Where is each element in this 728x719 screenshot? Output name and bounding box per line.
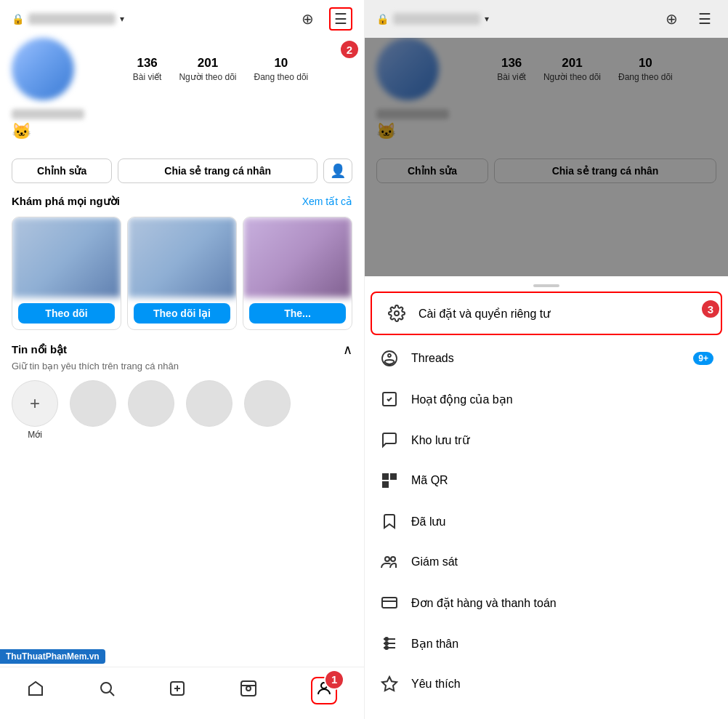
settings-text: Cài đặt và quyền riêng tư	[418, 307, 706, 321]
nav-add-left[interactable]	[169, 680, 186, 702]
username-blur-left	[28, 13, 116, 25]
watermark: ThuThuatPhanMem.vn	[0, 649, 105, 664]
add-person-button-left[interactable]: 👤	[323, 158, 352, 183]
saved-text: Đã lưu	[411, 515, 713, 529]
name-blur-left	[12, 109, 84, 119]
follow-button-2[interactable]: The...	[249, 303, 346, 324]
qr-icon	[379, 470, 400, 491]
highlight-new-label: Mới	[28, 430, 42, 440]
nav-search-left[interactable]	[98, 680, 116, 702]
saved-icon	[379, 511, 400, 531]
step1-badge: 1	[324, 670, 344, 690]
menu-button-right[interactable]: ☰	[693, 7, 716, 31]
discover-header-left: Khám phá mọi người Xem tất cả	[0, 195, 364, 217]
chevron-down-icon-right: ▾	[485, 14, 489, 24]
discover-cards-left: Theo dõi Theo dõi lại The...	[0, 217, 364, 342]
sheet-item-saved[interactable]: Đã lưu	[365, 501, 728, 542]
highlights-title-left: Tin nổi bật	[12, 343, 67, 356]
highlights-header-left: Tin nổi bật ∧	[12, 342, 352, 358]
profile-section-left: 136 Bài viết 201 Người theo dõi 10 Đang …	[0, 38, 364, 158]
left-top-bar: 🔒 ▾ ⊕ ☰	[0, 0, 364, 38]
orders-icon	[379, 593, 400, 613]
follow-button-0[interactable]: Theo dõi	[18, 303, 115, 324]
stat-following-left: 10 Đang theo dõi	[254, 56, 309, 82]
settings-icon	[387, 303, 407, 324]
svg-point-27	[391, 557, 395, 561]
sheet-item-orders[interactable]: Đơn đặt hàng và thanh toán	[365, 582, 728, 623]
svg-point-0	[101, 683, 111, 693]
menu-button-left[interactable]: ☰	[329, 7, 352, 31]
edit-profile-button-left[interactable]: Chỉnh sửa	[12, 158, 112, 183]
home-icon-left	[27, 680, 44, 702]
dimmed-overlay	[365, 0, 728, 276]
sheet-item-qr[interactable]: Mã QR	[365, 460, 728, 501]
bottom-nav-left: 1	[0, 667, 364, 719]
archive-icon	[379, 430, 400, 450]
following-label-left: Đang theo dõi	[254, 72, 309, 82]
profile-top-left: 136 Bài viết 201 Người theo dõi 10 Đang …	[12, 38, 352, 100]
svg-point-9	[395, 311, 399, 316]
discover-card-img-2	[243, 217, 352, 297]
follow-button-1[interactable]: Theo dõi lại	[134, 303, 230, 324]
avatar-left	[12, 38, 74, 100]
svg-point-34	[385, 642, 388, 645]
highlight-circle-2[interactable]	[128, 380, 174, 427]
svg-rect-28	[382, 598, 397, 608]
add-post-button-right[interactable]: ⊕	[660, 7, 683, 31]
right-top-bar: 🔒 ▾ ⊕ ☰	[365, 0, 728, 38]
nav-reels-left[interactable]	[240, 680, 257, 702]
posts-count-left: 136	[137, 56, 157, 71]
sheet-item-threads[interactable]: Threads 9+	[365, 338, 728, 379]
sheet-item-settings[interactable]: Cài đặt và quyền riêng tư	[371, 292, 722, 335]
close-friends-icon	[379, 633, 400, 654]
highlight-circle-1[interactable]	[70, 380, 116, 427]
reels-icon-left	[240, 680, 257, 702]
highlight-circle-4[interactable]	[244, 380, 291, 427]
qr-text: Mã QR	[411, 474, 713, 487]
threads-icon	[379, 348, 400, 369]
left-panel: 🔒 ▾ ⊕ ☰ 2 136 Bài viết 201 Người theo dõ…	[0, 0, 365, 719]
stat-posts-left: 136 Bài viết	[133, 56, 162, 82]
sheet-item-activity[interactable]: Hoạt động của bạn	[365, 379, 728, 419]
stats-row-left: 136 Bài viết 201 Người theo dõi 10 Đang …	[89, 56, 352, 82]
svg-rect-15	[392, 475, 395, 478]
svg-point-33	[385, 638, 388, 640]
sheet-item-close-friends[interactable]: Bạn thân	[365, 623, 728, 664]
highlight-new-circle[interactable]: +	[12, 380, 58, 427]
discover-card-img-0	[12, 217, 121, 297]
followers-label-left: Người theo dõi	[179, 72, 236, 82]
activity-icon	[379, 389, 400, 409]
username-blur-right	[393, 13, 480, 25]
share-profile-button-left[interactable]: Chia sẻ trang cá nhân	[118, 158, 318, 183]
discover-card-img-1	[128, 217, 236, 297]
svg-point-35	[385, 646, 388, 649]
highlight-circle-3[interactable]	[186, 380, 232, 427]
highlight-3	[186, 380, 232, 440]
username-area-right: 🔒 ▾	[376, 13, 489, 25]
supervision-text: Giám sát	[411, 555, 713, 569]
highlights-subtitle-left: Giữ tin bạn yêu thích trên trang cá nhân	[12, 361, 352, 371]
sheet-item-favorites[interactable]: Yêu thích	[365, 664, 728, 704]
step2-badge: 2	[339, 39, 360, 60]
bottom-sheet: 3 Cài đặt và quyền riêng tư	[365, 277, 728, 719]
svg-rect-5	[241, 681, 256, 696]
sheet-item-supervision[interactable]: Giám sát	[365, 542, 728, 582]
discover-title-left: Khám phá mọi người	[12, 195, 120, 208]
sheet-items-container: 3 Cài đặt và quyền riêng tư	[365, 292, 728, 704]
svg-marker-36	[382, 677, 397, 691]
nav-profile-left[interactable]: 1	[311, 677, 337, 704]
close-friends-text: Bạn thân	[411, 637, 713, 651]
step3-badge: 3	[700, 299, 721, 319]
svg-rect-16	[384, 483, 387, 486]
chevron-down-icon-left: ▾	[120, 14, 124, 24]
svg-point-6	[246, 686, 251, 691]
highlights-row-left: + Mới	[12, 380, 352, 440]
add-post-button-left[interactable]: ⊕	[296, 7, 319, 31]
nav-home-left[interactable]	[27, 680, 44, 702]
highlight-new: + Mới	[12, 380, 58, 440]
sheet-item-archive[interactable]: Kho lưu trữ	[365, 419, 728, 460]
highlights-collapse-icon[interactable]: ∧	[343, 342, 352, 358]
activity-text: Hoạt động của bạn	[411, 393, 713, 406]
see-all-link-left[interactable]: Xem tất cả	[302, 196, 352, 207]
favorites-icon	[379, 674, 400, 694]
